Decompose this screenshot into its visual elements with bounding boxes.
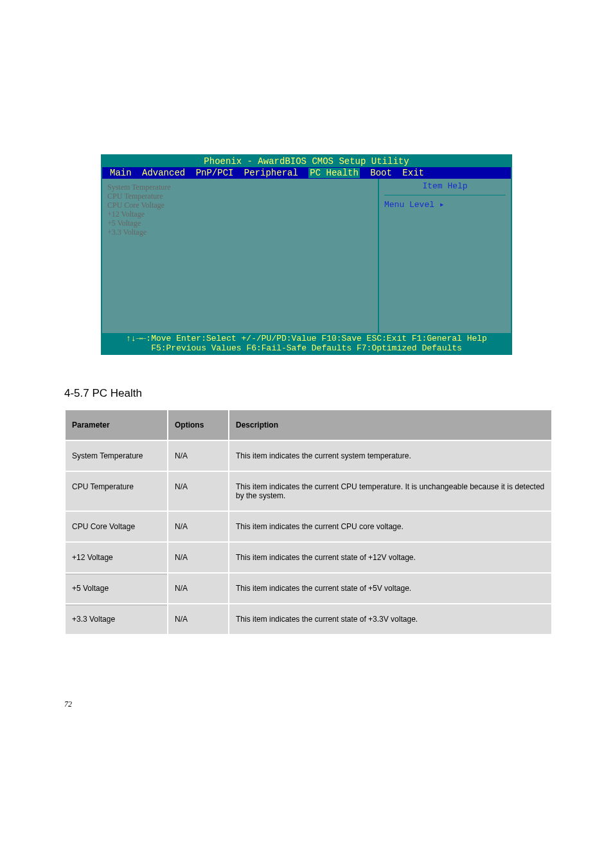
bios-left-panel: System Temperature CPU Temperature CPU C… [102, 179, 379, 333]
th-parameter: Parameter [65, 410, 168, 440]
th-description: Description [229, 410, 552, 440]
table-row: +3.3 Voltage N/A This item indicates the… [65, 604, 552, 635]
bios-menu-level-label: Menu Level ▸ [384, 195, 506, 210]
table-row: CPU Temperature N/A This item indicates … [65, 471, 552, 511]
table-row: +5 Voltage N/A This item indicates the c… [65, 573, 552, 604]
bios-tab-exit: Exit [402, 168, 424, 178]
cell-opts: N/A [168, 471, 229, 511]
bios-body: System Temperature CPU Temperature CPU C… [102, 179, 511, 333]
cell-opts: N/A [168, 573, 229, 604]
cell-param: CPU Core Voltage [65, 511, 168, 542]
th-options: Options [168, 410, 229, 440]
cell-opts: N/A [168, 604, 229, 635]
bios-item-systemp: System Temperature [107, 183, 373, 192]
cell-desc: This item indicates the current CPU core… [229, 511, 552, 542]
bios-item-v5: +5 Voltage [107, 219, 373, 228]
cell-param: +12 Voltage [65, 542, 168, 573]
bios-item-cputemp: CPU Temperature [107, 192, 373, 201]
bios-tab-pchealth: PC Health [308, 168, 360, 178]
table-row: CPU Core Voltage N/A This item indicates… [65, 511, 552, 542]
cell-desc: This item indicates the current CPU temp… [229, 471, 552, 511]
bios-help-panel: Item Help Menu Level ▸ [379, 179, 511, 333]
cell-param: CPU Temperature [65, 471, 168, 511]
section-heading: 4-5.7 PC Health [64, 387, 568, 400]
bios-tab-advanced: Advanced [142, 168, 185, 178]
bios-footer-line2: F5:Previous Values F6:Fail-Safe Defaults… [105, 343, 508, 353]
table-row: +12 Voltage N/A This item indicates the … [65, 542, 552, 573]
bios-footer-line1: ↑↓→←:Move Enter:Select +/-/PU/PD:Value F… [105, 334, 508, 343]
cell-param: +5 Voltage [65, 573, 168, 604]
pc-health-table: Parameter Options Description System Tem… [64, 409, 553, 635]
cell-param: +3.3 Voltage [65, 604, 168, 635]
bios-item-v33: +3.3 Voltage [107, 228, 373, 237]
bios-tab-boot: Boot [370, 168, 392, 178]
document-page: Phoenix - AwardBIOS CMOS Setup Utility M… [0, 0, 613, 735]
cell-opts: N/A [168, 511, 229, 542]
cell-desc: This item indicates the current system t… [229, 440, 552, 471]
cell-opts: N/A [168, 542, 229, 573]
bios-footer: ↑↓→←:Move Enter:Select +/-/PU/PD:Value F… [102, 333, 511, 354]
cell-desc: This item indicates the current state of… [229, 604, 552, 635]
page-number: 72 [64, 700, 568, 709]
bios-tab-bar: Main Advanced PnP/PCI Peripheral PC Heal… [102, 167, 511, 179]
cell-desc: This item indicates the current state of… [229, 573, 552, 604]
bios-item-v12: +12 Voltage [107, 210, 373, 219]
table-row: System Temperature N/A This item indicat… [65, 440, 552, 471]
cell-desc: This item indicates the current state of… [229, 542, 552, 573]
bios-tab-main: Main [110, 168, 132, 178]
bios-item-help-label: Item Help [384, 181, 506, 191]
bios-tab-peripheral: Peripheral [244, 168, 298, 178]
cell-opts: N/A [168, 440, 229, 471]
bios-tab-pnp: PnP/PCI [196, 168, 234, 178]
cell-param: System Temperature [65, 440, 168, 471]
bios-title-bar: Phoenix - AwardBIOS CMOS Setup Utility [102, 156, 511, 167]
bios-screenshot: Phoenix - AwardBIOS CMOS Setup Utility M… [101, 154, 512, 355]
bios-item-cpucore: CPU Core Voltage [107, 201, 373, 210]
